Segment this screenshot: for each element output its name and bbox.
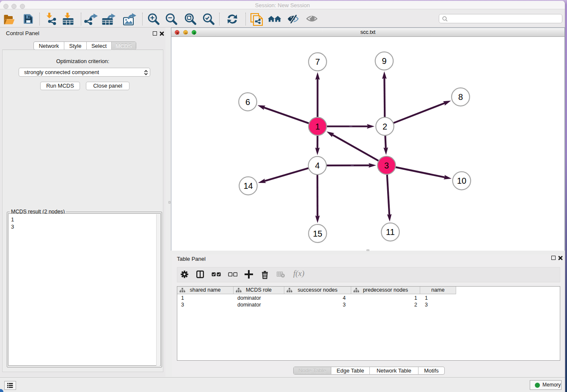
svg-text:6: 6 [245, 97, 250, 107]
svg-text:3: 3 [384, 161, 389, 170]
svg-text:11: 11 [386, 227, 395, 237]
svg-text:1: 1 [315, 122, 320, 131]
svg-text:14: 14 [243, 181, 253, 190]
svg-text:9: 9 [382, 56, 386, 66]
svg-text:2: 2 [383, 122, 387, 131]
svg-text:8: 8 [458, 92, 463, 102]
svg-text:4: 4 [315, 161, 319, 170]
svg-text:10: 10 [457, 176, 466, 185]
svg-text:15: 15 [313, 229, 322, 238]
svg-text:7: 7 [315, 57, 320, 66]
